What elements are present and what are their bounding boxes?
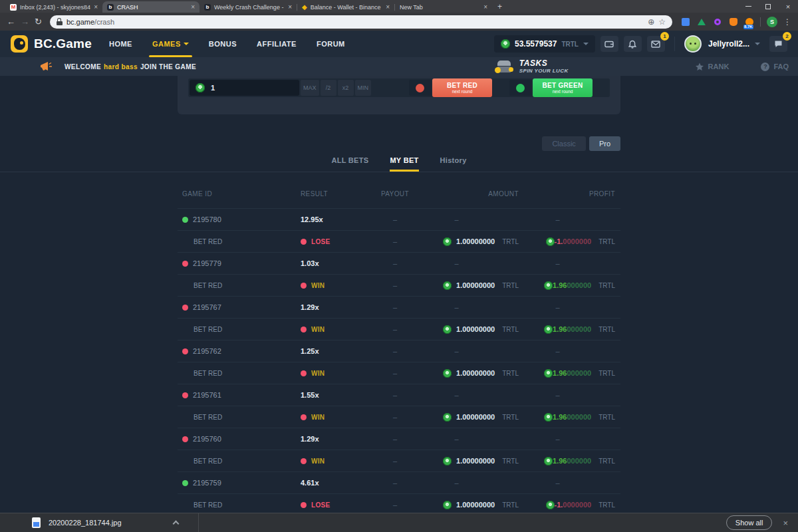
mode-switch: Classic Pro	[178, 136, 620, 151]
wallet-button[interactable]	[600, 36, 618, 52]
download-bar: 20200228_181744.jpg Show all	[0, 513, 798, 532]
download-item[interactable]: 20200228_181744.jpg	[0, 513, 178, 532]
cell-profit: -1.0000000TRTL	[521, 237, 620, 246]
green-indicator	[509, 80, 531, 96]
back-button[interactable]: ←	[7, 17, 15, 26]
trtl-coin-icon	[443, 237, 452, 246]
forward-button[interactable]: →	[21, 17, 29, 26]
classic-mode-button[interactable]: Classic	[542, 136, 585, 151]
new-tab-button[interactable]: +	[497, 2, 502, 11]
metamask-extension-icon[interactable]	[728, 17, 738, 27]
browser-tab[interactable]: MInbox (2,243) - skyjones84@gma	[5, 1, 102, 13]
double-button[interactable]: x2	[338, 80, 354, 96]
bet-label: BET RED	[182, 326, 222, 333]
cell-empty: –	[372, 347, 418, 355]
cell-bet-label: BET RED	[178, 501, 289, 509]
cell-bet-label: BET RED	[178, 414, 289, 421]
cell-empty: –	[372, 215, 418, 223]
close-window-button[interactable]	[778, 0, 798, 13]
bet-amount-input[interactable]: 1	[190, 80, 299, 96]
red-dot-icon	[182, 305, 188, 311]
cell-empty: –	[418, 303, 521, 311]
browser-tab[interactable]: bCRASH	[102, 1, 200, 13]
nav-item-games[interactable]: GAMES	[152, 31, 189, 57]
bet-green-button[interactable]: BET GREEN next round	[533, 78, 593, 97]
close-tab-icon[interactable]	[288, 4, 292, 11]
table-row-bet: BET REDWIN–1.00000000TRTL1.96000000TRTL	[178, 274, 620, 296]
dash: –	[393, 325, 397, 333]
cell-game-id: 2195759	[178, 479, 289, 487]
ring-extension-icon[interactable]	[712, 17, 722, 27]
browser-tab[interactable]: bWeekly Crash Challenge - Red Re	[200, 1, 297, 13]
trtl-coin-icon	[544, 457, 553, 466]
cell-result: 1.29x	[289, 435, 372, 443]
cell-empty: –	[418, 435, 521, 443]
cell-game-id: 2195780	[178, 215, 289, 223]
badged-extension-icon[interactable]: 8.7K	[744, 17, 754, 27]
messages-button[interactable]: 1	[647, 36, 665, 52]
address-bar[interactable]: bc.game/crash ⊕ ☆	[50, 15, 672, 29]
nav-item-affiliate[interactable]: AFFILIATE	[257, 31, 297, 57]
close-tab-icon[interactable]	[191, 4, 195, 11]
user-avatar[interactable]	[684, 35, 702, 53]
bookmark-star-icon[interactable]: ☆	[658, 18, 666, 26]
tab-all-bets[interactable]: ALL BETS	[331, 156, 368, 172]
tasks-link[interactable]: TASKS SPIN YOUR LUCK	[495, 59, 569, 74]
balance-selector[interactable]: 53.5579537 TRTL	[494, 35, 595, 53]
bcgame-logo-icon[interactable]	[11, 35, 28, 53]
pro-mode-button[interactable]: Pro	[589, 136, 620, 151]
browser-tab[interactable]: ◆Balance - Wallet - Binance	[297, 1, 394, 13]
nav-item-forum[interactable]: FORUM	[317, 31, 345, 57]
site-logo-text[interactable]: BC.Game	[34, 37, 92, 51]
tab-strip: MInbox (2,243) - skyjones84@gmabCRASHbWe…	[0, 0, 798, 13]
show-all-button[interactable]: Show all	[726, 515, 773, 530]
browser-menu-icon[interactable]: ⋮	[783, 17, 791, 27]
toolbar-separator	[760, 17, 761, 27]
trtl-coin-icon	[443, 501, 452, 509]
cell-outcome: WIN	[289, 282, 372, 289]
maximize-button[interactable]	[758, 0, 778, 13]
close-download-bar-button[interactable]	[783, 518, 788, 528]
chat-button[interactable]: 2	[769, 36, 787, 52]
half-button[interactable]: /2	[321, 80, 336, 96]
send-to-device-icon[interactable]: ⊕	[648, 18, 654, 26]
green-dot-icon	[182, 217, 188, 223]
username[interactable]: Jellyroll2...	[708, 39, 749, 49]
trtl-coin-icon	[443, 369, 452, 378]
chevron-up-icon[interactable]	[172, 521, 179, 527]
close-tab-icon[interactable]	[386, 4, 390, 11]
dash: –	[454, 347, 458, 355]
outcome-text: WIN	[311, 370, 325, 377]
bet-label: BET RED	[182, 282, 222, 289]
max-button[interactable]: MAX	[301, 80, 319, 96]
cell-empty: –	[372, 237, 418, 245]
faq-link[interactable]: ? FAQ	[761, 63, 789, 71]
min-button[interactable]: MIN	[355, 80, 372, 96]
cell-bet-label: BET RED	[178, 326, 289, 333]
site-nav: HOMEGAMESBONUSAFFILIATEFORUM	[109, 31, 345, 57]
column-header: PAYOUT	[372, 190, 418, 198]
bet-red-button[interactable]: BET RED next round	[432, 78, 492, 97]
blue-extension-icon[interactable]	[680, 17, 690, 27]
close-tab-icon[interactable]	[483, 4, 487, 11]
profile-avatar[interactable]: S	[767, 17, 777, 27]
browser-tab[interactable]: New Tab	[395, 1, 492, 13]
drive-extension-icon[interactable]	[696, 17, 706, 27]
trtl-coin-icon	[544, 281, 553, 290]
cell-empty: –	[372, 369, 418, 377]
nav-item-home[interactable]: HOME	[109, 31, 132, 57]
browser-toolbar: ← → ↻ bc.game/crash ⊕ ☆ 8.7K S ⋮	[0, 13, 798, 31]
close-tab-icon[interactable]	[94, 4, 98, 11]
nav-item-bonus[interactable]: BONUS	[209, 31, 237, 57]
banner-right: TASKS SPIN YOUR LUCK RANK ? FAQ	[495, 57, 789, 76]
result-multiplier: 1.29x	[301, 435, 319, 443]
rank-link[interactable]: RANK	[695, 63, 730, 71]
minimize-button[interactable]	[738, 0, 758, 13]
green-dot-icon	[182, 480, 188, 486]
cell-empty: –	[521, 435, 620, 443]
tab-history[interactable]: History	[440, 156, 467, 172]
reload-button[interactable]: ↻	[35, 17, 42, 26]
notifications-button[interactable]	[624, 36, 642, 52]
tab-title: CRASH	[117, 4, 188, 11]
tab-my-bet[interactable]: MY BET	[390, 156, 418, 172]
